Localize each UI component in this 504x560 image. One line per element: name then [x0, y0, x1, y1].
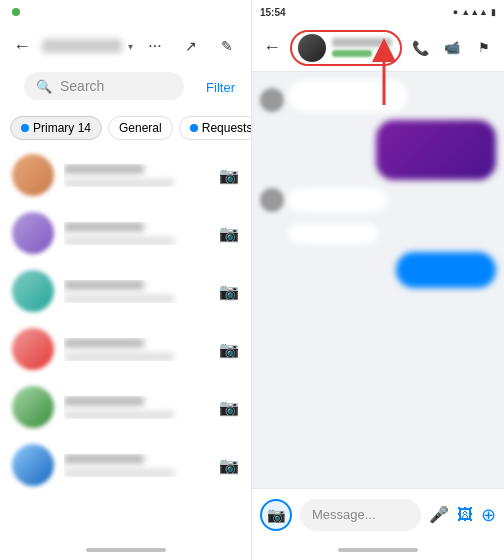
search-bar[interactable]: 🔍 Search — [24, 72, 184, 100]
list-item[interactable]: 📷 — [0, 436, 251, 494]
edit-button[interactable]: ✎ — [215, 34, 239, 58]
chat-info — [64, 338, 209, 361]
message-row — [260, 120, 496, 180]
chat-list: 📷 📷 📷 📷 — [0, 146, 251, 540]
video-call-button[interactable]: 📹 — [440, 36, 464, 60]
left-header: ← ▾ ··· ↗ ✎ — [0, 24, 251, 68]
message-row — [260, 252, 496, 288]
chat-preview — [64, 353, 174, 361]
chat-name — [64, 280, 144, 290]
camera-icon[interactable]: 📷 — [219, 340, 239, 359]
left-header-actions: ··· ↗ ✎ — [143, 34, 239, 58]
left-bottom-bar — [0, 540, 251, 560]
avatar — [12, 270, 54, 312]
compose-placeholder: Message... — [312, 507, 376, 522]
requests-tab-dot — [190, 124, 198, 132]
message-row — [260, 80, 496, 112]
chat-info — [64, 280, 209, 303]
list-item[interactable]: 📷 — [0, 262, 251, 320]
search-icon: 🔍 — [36, 79, 52, 94]
chat-preview — [64, 179, 174, 187]
chat-preview — [64, 469, 174, 477]
chat-name — [64, 396, 144, 406]
left-title-blurred — [42, 39, 122, 53]
avatar — [260, 88, 284, 112]
avatar — [12, 444, 54, 486]
chat-preview — [64, 411, 174, 419]
right-header-actions: 📞 📹 ⚑ — [408, 36, 496, 60]
signal-icon: ▲▲▲ — [461, 7, 488, 17]
compose-actions: 🎤 🖼 ⊕ — [429, 504, 496, 526]
list-item[interactable]: 📷 — [0, 204, 251, 262]
camera-icon[interactable]: 📷 — [219, 398, 239, 417]
list-item[interactable]: 📷 — [0, 146, 251, 204]
status-icons: ● ▲▲▲ ▮ — [453, 7, 496, 17]
message-row — [260, 220, 496, 244]
camera-icon[interactable]: 📷 — [219, 166, 239, 185]
message-bubble — [376, 120, 496, 180]
avatar — [12, 212, 54, 254]
chat-info — [64, 222, 209, 245]
activity-icon[interactable]: ⊕ — [481, 504, 496, 526]
call-button[interactable]: 📞 — [408, 36, 432, 60]
phone-icon: 📞 — [412, 40, 429, 56]
flag-button[interactable]: ⚑ — [472, 36, 496, 60]
flag-icon: ⚑ — [478, 40, 490, 55]
chevron-down-icon: ▾ — [128, 41, 133, 52]
home-indicator — [86, 548, 166, 552]
message-row — [260, 188, 496, 212]
home-indicator — [338, 548, 418, 552]
right-header: ← 📞 📹 ⚑ — [252, 24, 504, 72]
list-item[interactable]: 📷 — [0, 320, 251, 378]
compose-camera-button[interactable]: 📷 — [260, 499, 292, 531]
right-status-bar: 15:54 ● ▲▲▲ ▮ — [252, 0, 504, 24]
chat-preview — [64, 237, 174, 245]
status-time: 15:54 — [260, 7, 286, 18]
filter-button[interactable]: Filter — [202, 80, 239, 95]
sticker-icon[interactable]: 🖼 — [457, 506, 473, 524]
trending-button[interactable]: ↗ — [179, 34, 203, 58]
contact-name — [332, 38, 392, 47]
battery-icon: ▮ — [491, 7, 496, 17]
camera-icon[interactable]: 📷 — [219, 282, 239, 301]
avatar — [12, 386, 54, 428]
chat-name — [64, 454, 144, 464]
contact-area[interactable] — [290, 30, 402, 66]
avatar — [12, 154, 54, 196]
tab-requests[interactable]: Requests 2 — [179, 116, 252, 140]
contact-info — [332, 38, 392, 57]
chat-name — [64, 338, 144, 348]
camera-icon[interactable]: 📷 — [219, 224, 239, 243]
video-icon: 📹 — [444, 40, 460, 55]
contact-status — [332, 50, 372, 57]
message-bubble — [396, 252, 496, 288]
list-item[interactable]: 📷 — [0, 378, 251, 436]
chat-name — [64, 164, 144, 174]
left-title-area: ▾ — [42, 39, 133, 53]
search-input[interactable]: Search — [60, 78, 172, 94]
status-dot — [12, 8, 20, 16]
right-back-button[interactable]: ← — [260, 36, 284, 60]
primary-tab-dot — [21, 124, 29, 132]
bottom-bar — [252, 540, 504, 560]
compose-input-area[interactable]: Message... — [300, 499, 421, 531]
chat-preview — [64, 295, 174, 303]
mic-icon[interactable]: 🎤 — [429, 505, 449, 524]
message-bubble — [288, 80, 408, 112]
right-panel: 15:54 ● ▲▲▲ ▮ ← 📞 📹 ⚑ — [252, 0, 504, 560]
avatar — [260, 188, 284, 212]
tab-primary[interactable]: Primary 14 — [10, 116, 102, 140]
compose-bar: 📷 Message... 🎤 🖼 ⊕ — [252, 488, 504, 540]
message-bubble — [288, 188, 388, 212]
contact-avatar — [298, 34, 326, 62]
messages-area — [252, 72, 504, 488]
chat-info — [64, 396, 209, 419]
more-options-button[interactable]: ··· — [143, 34, 167, 58]
tabs-row: Primary 14 General Requests 2 — [0, 112, 251, 146]
camera-icon[interactable]: 📷 — [219, 456, 239, 475]
left-status-bar — [0, 0, 251, 24]
left-panel: ← ▾ ··· ↗ ✎ 🔍 Search Filter Pri — [0, 0, 252, 560]
tab-general[interactable]: General — [108, 116, 173, 140]
left-back-button[interactable]: ← — [12, 32, 32, 60]
message-bubble — [288, 224, 378, 244]
